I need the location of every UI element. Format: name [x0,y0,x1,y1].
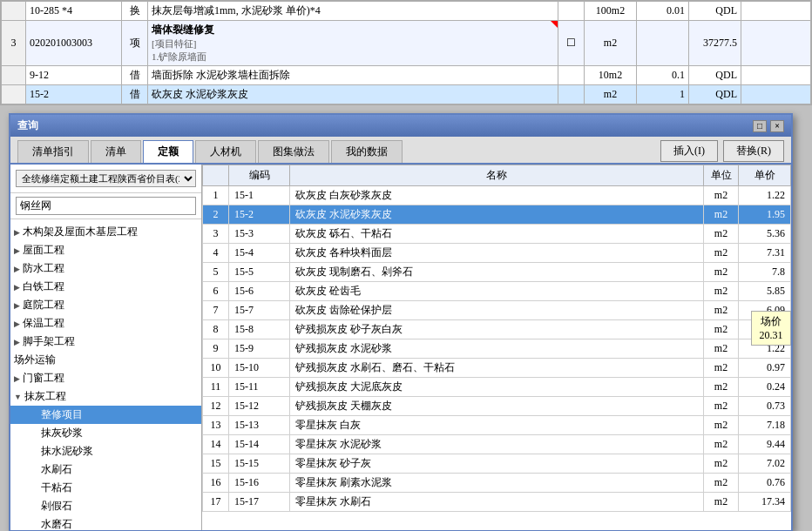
row-extra [741,21,811,66]
row-num [2,66,26,85]
row-type: 借 [122,85,148,104]
row-code: 10-285 *4 [26,2,122,21]
row-code: 9-12 [26,66,122,85]
row-unit: m2 [585,85,637,104]
row-price: QDL [689,85,741,104]
row-check [558,85,585,104]
row-qty: 0.01 [637,2,689,21]
row-extra [741,66,811,85]
row-extra [741,2,811,21]
row-check: ☐ [558,21,585,66]
row-unit: 10m2 [585,66,637,85]
row-price: QDL [689,66,741,85]
row-price: 37277.5 [689,21,741,66]
row-check [558,66,585,85]
row-desc: 墙面拆除 水泥砂浆墙柱面拆除 [148,66,558,85]
row-unit: 100m2 [585,2,637,21]
row-type: 借 [122,66,148,85]
row-code: 020201003003 [26,21,122,66]
row-desc: 砍灰皮 水泥砂浆灰皮 [148,85,558,104]
row-type: 项 [122,21,148,66]
row-qty: 1 [637,85,689,104]
row-price: QDL [689,2,741,21]
row-qty [637,21,689,66]
project-table: 10-285 *4 换 抹灰层每增减1mm, 水泥砂浆 单价)*4 100m2 … [1,1,811,104]
row-check [558,2,585,21]
row-desc: 墙体裂缝修复[项目特征]1.铲除原墙面 [148,21,558,66]
row-num [2,85,26,104]
row-num [2,2,26,21]
row-type: 换 [122,2,148,21]
row-code: 15-2 [26,85,122,104]
row-desc: 抹灰层每增减1mm, 水泥砂浆 单价)*4 [148,2,558,21]
row-num: 3 [2,21,26,66]
row-extra [741,85,811,104]
top-table-area: 10-285 *4 换 抹灰层每增减1mm, 水泥砂浆 单价)*4 100m2 … [0,0,812,105]
row-unit: m2 [585,21,637,66]
row-qty: 0.1 [637,66,689,85]
